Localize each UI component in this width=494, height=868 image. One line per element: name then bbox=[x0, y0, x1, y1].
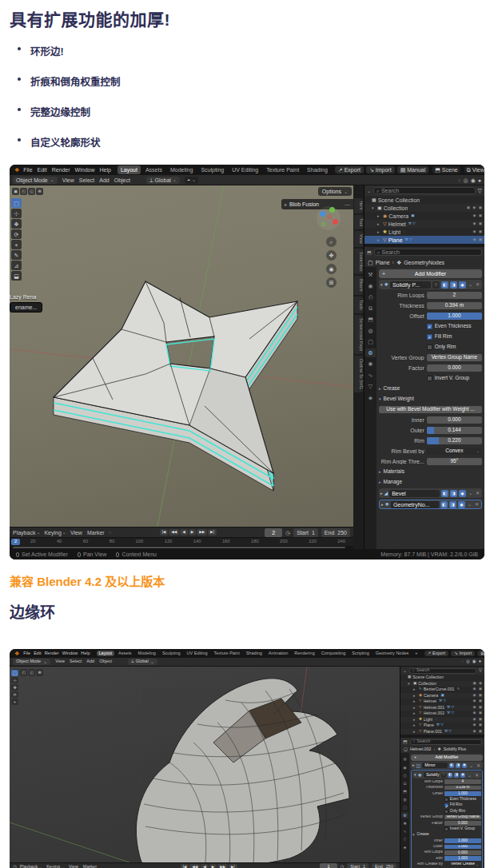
value-field[interactable]: Manage bbox=[379, 479, 482, 486]
sidebar-tab[interactable]: Bloom bbox=[354, 276, 363, 295]
frame-end-field[interactable]: End250 bbox=[321, 528, 350, 537]
visibility-icons[interactable]: ◉ ▣ bbox=[472, 730, 483, 734]
value-field[interactable]: Vertex Crease bbox=[444, 862, 481, 867]
modifier-property-row[interactable]: Invert V. Group bbox=[379, 374, 482, 383]
viewport-tool-icon[interactable]: ⊿ bbox=[11, 261, 22, 270]
workspace-tab[interactable]: Assets bbox=[142, 165, 165, 174]
viewport-menu-item[interactable]: Add bbox=[86, 659, 94, 664]
modifier-property-row[interactable]: Use with Bevel Modifier with Weight ... bbox=[379, 405, 482, 414]
expand-caret-icon[interactable]: ▸ bbox=[413, 687, 417, 691]
viewport-nav-icon[interactable]: ✥ bbox=[326, 250, 337, 261]
properties-tab-icon[interactable]: ⬒ bbox=[365, 315, 376, 324]
expand-caret-icon[interactable]: ▸ bbox=[413, 718, 417, 722]
checkbox[interactable] bbox=[444, 827, 448, 831]
properties-search-input[interactable]: ⌕Search bbox=[374, 249, 482, 256]
properties-tab-icon[interactable]: ⚒ bbox=[401, 756, 408, 762]
workspace-tab[interactable]: Modeling bbox=[136, 651, 158, 657]
expand-caret-icon[interactable]: ▸ bbox=[413, 699, 417, 703]
timeline-menu-item[interactable]: View bbox=[69, 865, 79, 868]
outliner-row[interactable]: ▸ ▽ Plane.001 ⚒ ▽ ◉ ▣ bbox=[400, 729, 484, 735]
value-field[interactable]: Fill Rim bbox=[435, 333, 482, 340]
header-button[interactable]: ▤Manual bbox=[397, 166, 429, 173]
workspace-tab[interactable]: Layout bbox=[118, 165, 141, 174]
mode-dropdown[interactable]: Object Mode⌄ bbox=[13, 177, 58, 184]
shading-mode-icon[interactable]: ◌ bbox=[461, 659, 464, 664]
modifier-property-row[interactable]: Factor 0.000 bbox=[379, 364, 482, 372]
frame-end-field[interactable]: End250 bbox=[372, 863, 396, 868]
mode-dropdown[interactable]: Object Mode⌄ bbox=[13, 659, 50, 665]
outliner-row[interactable]: ▸ ✺ Light ◌ ◉ ▣ bbox=[365, 228, 484, 236]
properties-tab-icon[interactable]: ⬒ bbox=[401, 788, 408, 794]
viewport-nav-icon[interactable]: ⊞ bbox=[326, 277, 337, 288]
modifier-display-toggle[interactable]: ◉ bbox=[459, 490, 466, 497]
value-field[interactable]: 1.000 bbox=[427, 313, 482, 320]
blender-logo-icon[interactable]: ❖ bbox=[14, 167, 19, 173]
menubar-item[interactable]: Window bbox=[75, 167, 95, 173]
properties-tab-icon[interactable]: ✺ bbox=[365, 360, 376, 368]
properties-search-input[interactable]: ⌕Search bbox=[410, 739, 482, 745]
transport-button[interactable]: |◀ bbox=[181, 864, 189, 868]
value-field[interactable]: 1.000 bbox=[444, 845, 481, 850]
modifier-display-toggle[interactable]: ◨ bbox=[449, 501, 456, 508]
modifier-property-row[interactable]: Outer 0.144 bbox=[379, 426, 482, 435]
viewport-tool-icon[interactable]: ⌖ bbox=[11, 240, 22, 249]
editor-corner-icon[interactable]: ◰ bbox=[20, 188, 27, 195]
viewport-tool-icon[interactable]: ⟳ bbox=[11, 229, 22, 239]
outliner-row[interactable]: ▸ ▽ Helmet ⚒ ▽ ◉ ▣ bbox=[365, 220, 484, 228]
workspace-tab[interactable]: Shading bbox=[244, 651, 265, 657]
options-button[interactable]: Options⌄ bbox=[318, 187, 352, 196]
value-field[interactable]: Only Rim bbox=[450, 809, 481, 814]
modifier-property-row[interactable]: Bevel Weight bbox=[379, 395, 482, 404]
modifier-list-entry[interactable]: ▸ ◫ Mirror ◧ ◨ ◉ ⌄ ✕ bbox=[411, 762, 483, 769]
modifier-display-toggle[interactable]: ◧ bbox=[448, 773, 452, 778]
transport-button[interactable]: ▶| bbox=[229, 864, 237, 868]
shading-mode-icon[interactable]: ● bbox=[479, 659, 481, 664]
timeline-menu-item[interactable]: Keying⌄ bbox=[46, 865, 65, 868]
transport-button[interactable]: ◀◀ bbox=[169, 529, 179, 536]
dropdown-icon[interactable]: ⌄ bbox=[468, 491, 473, 496]
value-field[interactable]: Use with Bevel Modifier with Weight ... bbox=[379, 406, 482, 413]
modifier-property-row[interactable]: Offset 1.000 bbox=[412, 791, 481, 796]
checkbox[interactable] bbox=[444, 798, 448, 802]
viewport-tool-icon[interactable]: ✎ bbox=[11, 250, 22, 260]
properties-tab-icon[interactable]: ▢ bbox=[365, 337, 376, 346]
shading-mode-icon[interactable]: ● bbox=[478, 177, 481, 183]
close-icon[interactable]: ✕ bbox=[474, 502, 480, 507]
outliner-row[interactable]: ▸ ▽ Helmet.001 ⚒ ▽ ◉ ▣ bbox=[400, 705, 484, 711]
menubar-item[interactable]: Edit bbox=[38, 167, 47, 173]
viewport-menu-item[interactable]: Add bbox=[99, 177, 109, 183]
value-field[interactable]: Even Thickness bbox=[435, 323, 482, 330]
properties-tab-icon[interactable]: ⚒ bbox=[365, 270, 376, 279]
modifier-property-row[interactable]: Factor 0.000 bbox=[412, 821, 481, 826]
viewport-tool-icon[interactable]: ⬚ bbox=[11, 670, 18, 676]
properties-tab-icon[interactable]: ◉ bbox=[401, 764, 408, 770]
modifier-property-row[interactable]: Thickness 0.394 m bbox=[379, 301, 482, 310]
properties-tab-icon[interactable]: ∿ bbox=[365, 371, 376, 380]
visibility-icons[interactable]: ◉ ▣ bbox=[472, 706, 483, 710]
transport-button[interactable]: ▶ bbox=[189, 529, 196, 536]
value-field[interactable]: Materials bbox=[379, 468, 482, 476]
modifier-display-toggle[interactable]: ◨ bbox=[454, 773, 459, 778]
snap-toggle[interactable]: ◓⌄ bbox=[185, 177, 198, 184]
workspace-tab[interactable]: Rendering bbox=[292, 651, 317, 657]
orientation-dropdown[interactable]: ⟂Global⌄ bbox=[128, 659, 157, 665]
autokey-icon[interactable]: ◌ bbox=[109, 530, 112, 535]
viewport-menu-item[interactable]: Object bbox=[99, 659, 112, 664]
value-field[interactable]: Bevel Weight bbox=[379, 396, 482, 403]
visibility-icons[interactable]: ◉ ▣ bbox=[472, 687, 483, 691]
visibility-icons[interactable]: ▣ ◉ bbox=[472, 682, 483, 686]
timeline-menu-item[interactable]: Playback⌄ bbox=[20, 865, 42, 868]
modifier-display-toggle[interactable]: ◉ bbox=[460, 773, 465, 778]
timeline-menu-item[interactable]: View bbox=[70, 530, 83, 536]
shading-mode-icon[interactable]: ◎ bbox=[466, 659, 470, 664]
close-icon[interactable]: ✕ bbox=[475, 491, 480, 496]
filter-icon[interactable]: ▽ bbox=[478, 188, 482, 193]
viewport-tool-icon[interactable]: ⊹ bbox=[11, 209, 22, 218]
modifier-list-entry[interactable]: ▸ ❖ GeometryNo... ◧ ◨ ◉ ⌄ ✕ bbox=[379, 500, 482, 509]
transport-button[interactable]: ▶▶ bbox=[197, 529, 207, 536]
modifier-property-row[interactable]: Rim Crease by Vertex Crease bbox=[412, 862, 481, 866]
timeline-menu-item[interactable]: Keying⌄ bbox=[44, 530, 66, 536]
header-button[interactable]: ↘Import bbox=[451, 651, 475, 657]
sidebar-tab[interactable]: Outline To SVG bbox=[354, 356, 363, 392]
modifier-property-row[interactable]: Even Thickness bbox=[412, 797, 481, 802]
